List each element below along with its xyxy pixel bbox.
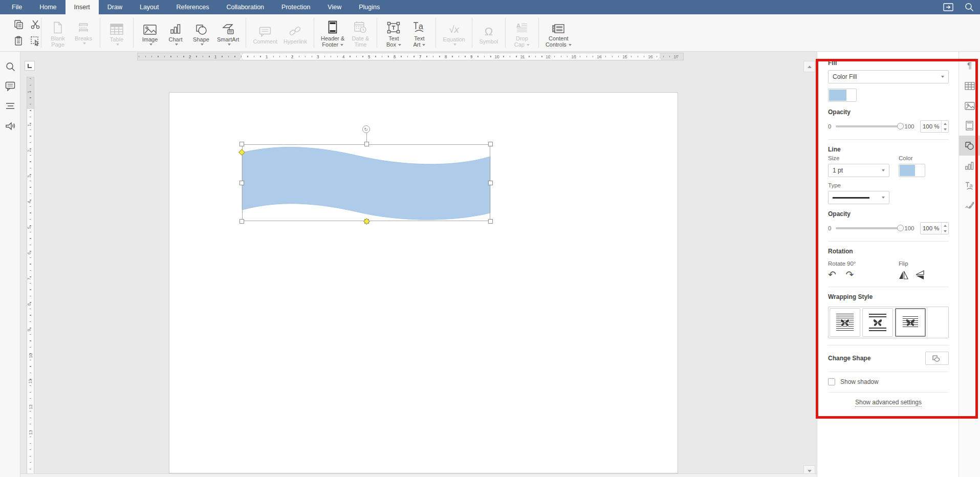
first-line-indent-marker[interactable] [239,53,243,56]
chart-settings-icon[interactable] [959,156,980,176]
show-advanced-settings-link[interactable]: Show advanced settings [828,399,949,406]
open-file-location-icon[interactable] [943,3,953,11]
change-shape-button[interactable] [925,352,949,365]
line-color-picker[interactable] [899,164,925,177]
wrap-option-top-and-bottom[interactable] [862,308,893,337]
feedback-icon[interactable] [5,120,16,132]
wave-shape[interactable]: ↻ [242,144,490,221]
tab-file[interactable]: File [3,0,31,14]
table-button[interactable]: Table [105,18,128,48]
ruler-number: 11 [520,54,525,59]
equation-button[interactable]: √x Equation [441,18,467,48]
image-button[interactable]: Image [138,18,162,48]
ruler-number: 10 [494,54,499,59]
chevron-down-icon [149,44,153,46]
date-time-icon [354,18,367,34]
drop-cap-button[interactable]: A Drop Cap [510,17,534,49]
blank-page-button[interactable]: Blank Page [46,17,70,49]
wrapping-more-dropdown[interactable] [927,307,938,338]
right-indent-marker[interactable] [658,57,662,60]
chart-button[interactable]: Chart [164,18,187,48]
search-icon[interactable] [5,61,16,72]
ruler-corner-tab-selector[interactable] [25,61,35,71]
paragraph-settings-icon[interactable]: ¶ [959,56,980,76]
rotation-handle[interactable]: ↻ [362,125,370,133]
resize-handle-n[interactable] [364,142,369,146]
date-time-button[interactable]: Date & Time [349,17,372,49]
search-icon[interactable] [965,3,974,12]
navigation-icon[interactable] [5,100,16,112]
resize-handle-ne[interactable] [488,142,493,146]
hanging-indent-marker[interactable] [239,57,243,60]
tab-draw[interactable]: Draw [99,0,131,14]
resize-handle-w[interactable] [239,181,244,185]
fill-color-swatch [829,89,847,101]
step-down-icon[interactable] [944,128,947,131]
tab-view[interactable]: View [319,0,350,14]
fill-opacity-input[interactable]: 100 % [920,120,949,133]
resize-handle-e[interactable] [488,181,493,185]
ruler-number: 7 [419,54,422,59]
fill-type-dropdown[interactable]: Color Fill [828,70,949,83]
fill-opacity-slider[interactable] [836,125,901,127]
show-shadow-checkbox[interactable] [828,378,835,385]
step-down-icon[interactable] [944,230,947,232]
tab-plugins[interactable]: Plugins [350,0,388,14]
chevron-down-icon [83,42,86,45]
header-footer-settings-icon[interactable] [959,116,980,136]
breaks-button[interactable]: Breaks [72,17,95,47]
svg-text:A: A [516,23,520,29]
shape-button[interactable]: Shape [189,18,213,48]
insert-toolbar: Blank Page Breaks Table [0,14,980,52]
ruler-number: 1 [214,54,217,59]
line-opacity-input[interactable]: 100 % [920,222,949,234]
tab-home[interactable]: Home [31,0,65,14]
text-box-button[interactable]: Text Box [382,17,405,49]
ruler-number: 6 [394,54,396,59]
tab-protection[interactable]: Protection [273,0,319,14]
content-controls-button[interactable]: Content Controls [543,17,574,49]
slider-thumb[interactable] [897,225,904,231]
flip-vertical-icon[interactable] [916,270,924,280]
shape-settings-icon[interactable] [959,136,980,156]
resize-handle-nw[interactable] [239,142,244,146]
vertical-ruler[interactable]: 112345678910111213 [27,77,34,476]
symbol-button[interactable]: Ω Symbol [477,20,500,46]
svg-text:a: a [419,22,423,31]
wrap-option-in-front-of-text[interactable] [895,308,926,337]
signature-settings-icon[interactable] [959,196,980,215]
header-footer-button[interactable]: Header & Footer [319,17,346,49]
scroll-up-button[interactable] [803,61,815,72]
tab-insert[interactable]: Insert [66,0,99,14]
wrap-option-square[interactable] [830,308,860,337]
tab-collaboration[interactable]: Collaboration [217,0,273,14]
line-size-dropdown[interactable]: 1 pt [828,164,889,177]
document-canvas[interactable]: 211234567891011121314151617 112345678910… [20,52,817,477]
resize-handle-sw[interactable] [239,219,244,224]
horizontal-scrollbar[interactable] [20,473,817,477]
step-up-icon[interactable] [944,225,947,227]
horizontal-ruler[interactable]: 211234567891011121314151617 [137,53,684,60]
right-panel-rail: ¶ a [959,52,980,477]
flip-label: Flip [899,261,908,267]
step-up-icon[interactable] [944,123,947,125]
smartart-button[interactable]: SmartArt [215,18,241,48]
rotate-counterclockwise-icon[interactable]: ↶ [828,269,836,280]
text-art-button[interactable]: a Text Art [407,17,431,49]
hyperlink-button[interactable]: Hyperlink [281,20,309,46]
rotate-clockwise-icon[interactable]: ↷ [845,269,854,280]
resize-handle-se[interactable] [488,219,493,224]
line-opacity-slider[interactable] [836,227,901,229]
comment-button[interactable]: Comment [251,20,279,46]
table-settings-icon[interactable] [959,76,980,96]
line-type-dropdown[interactable] [828,191,889,204]
fill-color-picker[interactable] [828,89,857,102]
flip-horizontal-icon[interactable] [899,271,908,279]
image-settings-icon[interactable] [959,96,980,116]
text-art-settings-icon[interactable]: a [959,176,980,196]
tab-references[interactable]: References [167,0,217,14]
slider-thumb[interactable] [897,123,904,129]
tab-layout[interactable]: Layout [131,0,168,14]
ruler-number: 1 [266,54,268,59]
comments-icon[interactable] [5,80,16,92]
